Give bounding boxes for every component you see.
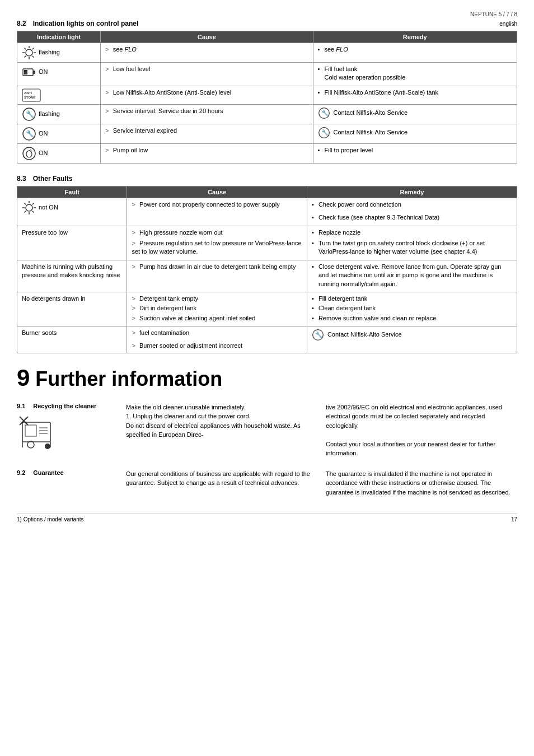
section-92-title: Guarantee (33, 469, 63, 476)
remedy-item: Turn the twist grip on safety control bl… (312, 239, 512, 256)
table-row: ON > Pump oil low Fill to proper level (17, 143, 517, 163)
section-92-text2: The guarantee is invalidated if the mach… (326, 470, 510, 496)
remedy-item: Remove suction valve and clean or replac… (312, 314, 512, 323)
cause-cell: > Detergent tank empty > Dirt in deterge… (127, 292, 307, 326)
remedy-col-header: Remedy (307, 186, 517, 198)
recycling-image (17, 414, 118, 454)
cause-text: Burner sooted or adjustment incorrect (139, 342, 242, 349)
remedy-cell: Fill detergent tank Clean detergent tank… (307, 292, 517, 326)
table-row: ON > Low fuel level Fill fuel tankCold w… (17, 63, 517, 86)
remedy-item: Fill fuel tankCold water operation possi… (318, 65, 513, 82)
table-row: Machine is running with pulsating pressu… (17, 260, 517, 292)
remedy-cell: Fill fuel tankCold water operation possi… (313, 63, 517, 86)
remedy-cell: Check power cord connetction Check fuse … (307, 198, 517, 226)
battery-icon (22, 65, 36, 80)
wrench-icon: 🔧 (22, 107, 36, 122)
section-91-text1: Make the old cleaner unusable immediatel… (126, 404, 246, 410)
svg-text:🔧: 🔧 (321, 129, 328, 136)
cause-cell: > Power cord not properly connected to p… (127, 198, 307, 226)
section-82-num: 8.2 (17, 20, 26, 27)
cause-cell: > Service interval expired (101, 124, 313, 143)
cause-text: Low Nilfisk-Alto AntiStone (Anti-Scale) … (113, 89, 232, 96)
cause-text: Pump has drawn in air due to detergent t… (139, 263, 296, 270)
remedy-cell: Fill to proper level (313, 143, 517, 163)
light-cell: 🔧 ON (17, 124, 101, 143)
col-header-cause: Cause (101, 31, 313, 43)
svg-line-7 (32, 48, 34, 50)
remedy-item: Check power cord connetction (312, 200, 512, 209)
remedy-item: Check fuse (see chapter 9.3 Technical Da… (312, 213, 512, 222)
table-row: 🔧 ON > Service interval expired 🔧 Contac… (17, 124, 517, 143)
cause-cell: > Pump has drawn in air due to detergent… (127, 260, 307, 292)
table-row: No detergents drawn in > Detergent tank … (17, 292, 517, 326)
cause-text: Suction valve at cleaning agent inlet so… (139, 315, 255, 321)
cause-text: Pump oil low (113, 147, 148, 153)
cause-cell: > Low fuel level (101, 63, 313, 86)
fault-col-header: Fault (17, 186, 127, 198)
chapter-9-title: Further information (35, 367, 222, 391)
cause-text: Power cord not properly connected to pow… (139, 201, 280, 208)
light-label: ON (39, 129, 48, 138)
cause-cell: > Low Nilfisk-Alto AntiStone (Anti-Scale… (101, 86, 313, 104)
cause-text: Service interval: Service due in 20 hour… (113, 108, 223, 114)
wrench-burner-icon: 🔧 (312, 329, 324, 341)
table-row: Pressure too low > High pressure nozzle … (17, 226, 517, 260)
chapter-9-heading: 9 Further information (17, 365, 517, 391)
cause-text: see FLO (113, 46, 137, 53)
remedy-cell: Fill Nilfisk-Alto AntiStone (Anti-Scale)… (313, 86, 517, 104)
light-label: ON (39, 68, 48, 76)
remedy-item: Fill to proper level (318, 146, 513, 155)
page-number: 17 (511, 516, 517, 522)
light-cell: ON (17, 143, 101, 163)
cause-text: Detergent tank empty (139, 295, 198, 302)
col-header-light: Indication light (17, 31, 101, 43)
fault-cell: Machine is running with pulsating pressu… (17, 260, 127, 292)
svg-point-23 (23, 147, 35, 160)
section-92-num: 9.2 (17, 469, 25, 476)
fault-cell: Pressure too low (17, 226, 127, 260)
section-91-text2: Do not discard of electrical appliances … (126, 422, 301, 438)
cause-cell: > Pump oil low (101, 143, 313, 163)
page-footer: 1) Options / model variants 17 (17, 514, 517, 522)
fault-label: Pressure too low (22, 229, 68, 236)
remedy-item: Close detergent valve. Remove lance from… (312, 263, 512, 288)
svg-text:🔧: 🔧 (26, 110, 34, 118)
model-label: NEPTUNE 5 / 7 / 8 (17, 11, 517, 17)
table-row: Burner soots > fuel contamination > Burn… (17, 326, 517, 353)
svg-rect-10 (33, 71, 35, 74)
section-83-num: 8.3 (17, 175, 26, 183)
other-faults-table: Fault Cause Remedy (17, 186, 517, 353)
section-83-title: Other Faults (33, 175, 73, 183)
cause-text: Service interval expired (113, 127, 177, 134)
remedy-item: Fill detergent tank (312, 295, 512, 303)
svg-point-46 (45, 444, 50, 449)
section-91-col2: tive 2002/96/EC on old electrical and el… (326, 403, 517, 458)
section-91-num: 9.1 (17, 403, 25, 409)
section-92-col2: The guarantee is invalidated if the mach… (326, 469, 517, 497)
wrench-remedy-icon: 🔧 (318, 107, 330, 119)
svg-line-6 (32, 56, 34, 58)
svg-point-0 (26, 49, 32, 56)
cause-text: Pressure regulation set to low pressure … (132, 240, 301, 255)
remedy-cell: 🔧 Contact Nilfisk-Alto Service (313, 104, 517, 124)
light-cell: 🔧 flashing (17, 104, 101, 124)
fault-label: No detergents drawn in (22, 295, 86, 302)
section-92-text1: Our general conditions of business are a… (126, 470, 310, 487)
fault-cell: No detergents drawn in (17, 292, 127, 326)
remedy-cell: Replace nozzle Turn the twist grip on sa… (307, 226, 517, 260)
fault-cell: not ON (17, 198, 127, 226)
cause-cell: > Service interval: Service due in 20 ho… (101, 104, 313, 124)
svg-line-30 (25, 203, 26, 204)
antistone-icon: ANTI STONE (22, 88, 41, 102)
remedy-cell: 🔧 Contact Nilfisk-Alto Service (307, 326, 517, 353)
language-label: english (499, 21, 517, 27)
section-92-header: 9.2 Guarantee (17, 469, 118, 476)
svg-text:🔧: 🔧 (26, 129, 34, 138)
remedy-item: Fill Nilfisk-Alto AntiStone (Anti-Scale)… (318, 88, 513, 97)
remedy-cell: Close detergent valve. Remove lance from… (307, 260, 517, 292)
section-91-title: Recycling the cleaner (33, 403, 96, 409)
fault-label: not ON (39, 203, 58, 212)
remedy-text: Contact Nilfisk-Alto Service (334, 109, 408, 117)
table-row: flashing > see FLO see FLO (17, 43, 517, 63)
cause-text: Low fuel level (113, 66, 151, 72)
